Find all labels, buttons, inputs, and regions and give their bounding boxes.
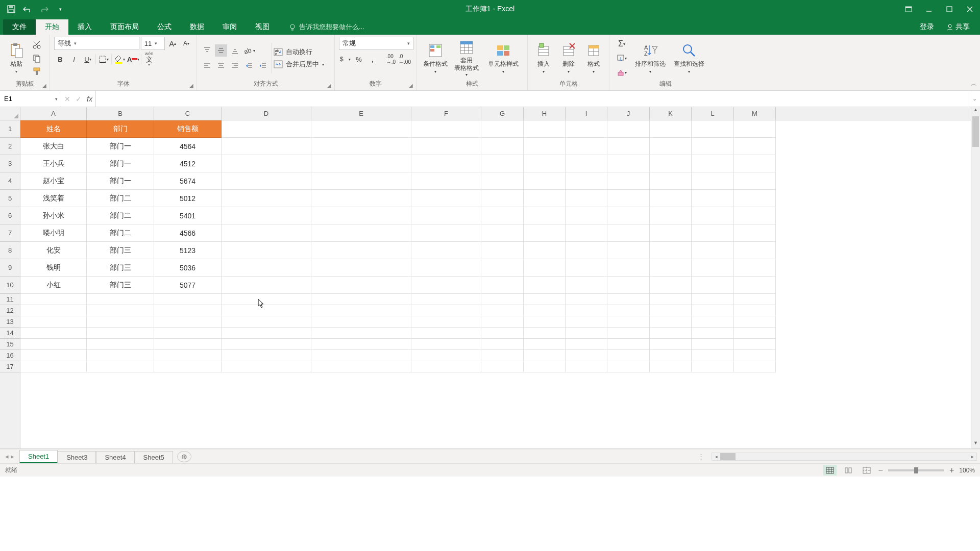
cell[interactable] [692, 361, 734, 372]
cell[interactable] [734, 172, 776, 190]
cell[interactable] [692, 350, 734, 361]
zoom-slider[interactable] [888, 469, 944, 471]
cell[interactable] [222, 172, 311, 190]
number-launcher[interactable]: ◢ [407, 82, 414, 89]
sheet-nav-next[interactable]: ▸ [11, 453, 14, 460]
format-painter-button[interactable] [31, 65, 43, 78]
cell[interactable] [311, 120, 411, 138]
cell[interactable] [481, 305, 524, 316]
collapse-ribbon-button[interactable]: ︿ [971, 80, 977, 88]
sheet-nav-prev[interactable]: ◂ [5, 453, 9, 460]
cell[interactable] [607, 277, 650, 294]
row-header-6[interactable]: 6 [0, 207, 20, 224]
cell[interactable] [650, 190, 692, 207]
cell[interactable] [311, 259, 411, 277]
cell[interactable] [222, 277, 311, 294]
cell[interactable] [607, 305, 650, 316]
cell[interactable] [607, 350, 650, 361]
redo-button[interactable] [37, 3, 51, 16]
cell[interactable] [524, 224, 566, 242]
col-header-J[interactable]: J [607, 107, 650, 120]
cell[interactable] [607, 242, 650, 259]
orientation-button[interactable]: ab▾ [243, 44, 255, 57]
increase-indent-button[interactable] [257, 60, 269, 72]
normal-view-button[interactable] [823, 465, 837, 475]
cell[interactable] [734, 155, 776, 172]
cell[interactable] [650, 172, 692, 190]
cell[interactable] [87, 305, 154, 316]
cell[interactable] [524, 155, 566, 172]
cell[interactable]: 4566 [154, 224, 222, 242]
cell[interactable] [222, 138, 311, 155]
cell[interactable]: 王小兵 [20, 155, 87, 172]
cell[interactable] [20, 350, 87, 361]
qat-customize[interactable]: ▾ [53, 3, 67, 16]
sheet-tab[interactable]: Sheet3 [58, 451, 96, 463]
cell[interactable] [566, 350, 607, 361]
cell[interactable] [222, 155, 311, 172]
number-format-combo[interactable]: 常规▾ [339, 37, 413, 50]
ribbon-options-button[interactable] [898, 0, 919, 18]
cell[interactable] [650, 305, 692, 316]
vertical-scrollbar[interactable]: ▲ ▼ [971, 107, 980, 448]
cell[interactable] [222, 350, 311, 361]
name-box[interactable]: E1 ▾ [0, 91, 61, 107]
cell[interactable] [311, 305, 411, 316]
cell[interactable] [222, 361, 311, 372]
cell[interactable] [566, 259, 607, 277]
cell[interactable] [311, 294, 411, 305]
cell[interactable] [734, 316, 776, 328]
cell[interactable] [222, 305, 311, 316]
cell[interactable] [411, 361, 481, 372]
cell[interactable]: 部门一 [87, 155, 154, 172]
cell[interactable] [411, 294, 481, 305]
tell-me-search[interactable]: 告诉我您想要做什么... [284, 19, 370, 35]
cell[interactable] [566, 328, 607, 339]
row-header-10[interactable]: 10 [0, 277, 20, 294]
row-header-16[interactable]: 16 [0, 350, 20, 361]
cell[interactable] [566, 242, 607, 259]
cell[interactable] [222, 207, 311, 224]
border-button[interactable]: ▾ [97, 53, 110, 65]
cell[interactable] [650, 242, 692, 259]
cell[interactable]: 姓名 [20, 120, 87, 138]
cell[interactable] [481, 328, 524, 339]
italic-button[interactable]: I [68, 53, 80, 65]
cell[interactable] [222, 294, 311, 305]
col-header-E[interactable]: E [311, 107, 411, 120]
cell[interactable] [566, 207, 607, 224]
cell[interactable] [650, 138, 692, 155]
cell[interactable]: 部门 [87, 120, 154, 138]
cell[interactable] [20, 316, 87, 328]
cell[interactable] [411, 207, 481, 224]
cell[interactable] [692, 328, 734, 339]
cell[interactable] [734, 350, 776, 361]
zoom-out-button[interactable]: − [878, 466, 883, 475]
maximize-button[interactable] [939, 0, 960, 18]
cell[interactable] [524, 316, 566, 328]
row-header-17[interactable]: 17 [0, 361, 20, 372]
enter-formula-button[interactable]: ✓ [76, 95, 82, 103]
cell[interactable]: 5012 [154, 190, 222, 207]
cell[interactable] [20, 339, 87, 350]
cell[interactable] [411, 120, 481, 138]
cell[interactable] [607, 224, 650, 242]
cell[interactable] [566, 155, 607, 172]
row-header-12[interactable]: 12 [0, 305, 20, 316]
cell[interactable] [481, 259, 524, 277]
format-cells-button[interactable]: 格式▾ [582, 42, 605, 74]
cell[interactable] [607, 190, 650, 207]
cell[interactable] [692, 305, 734, 316]
cell[interactable] [692, 190, 734, 207]
row-header-15[interactable]: 15 [0, 339, 20, 350]
col-header-C[interactable]: C [154, 107, 222, 120]
cell[interactable] [692, 138, 734, 155]
align-bottom-button[interactable] [229, 44, 241, 57]
cell[interactable] [481, 350, 524, 361]
cell[interactable] [734, 242, 776, 259]
cell[interactable] [154, 328, 222, 339]
cell[interactable] [154, 350, 222, 361]
cell[interactable] [154, 305, 222, 316]
col-header-K[interactable]: K [650, 107, 692, 120]
cell[interactable] [87, 350, 154, 361]
